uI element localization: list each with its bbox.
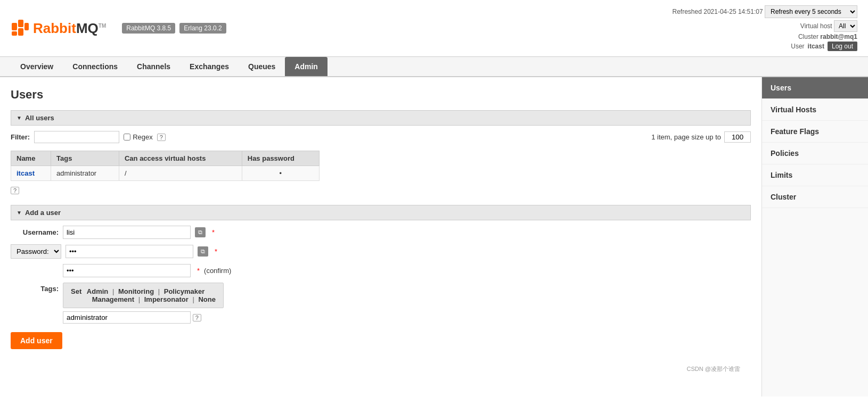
nav-queues[interactable]: Queues [239, 57, 285, 76]
user-row: User itcast Log out [673, 42, 857, 51]
cluster-row: Cluster rabbit@mq1 [673, 33, 857, 40]
help-icon-tags[interactable]: ? [193, 314, 201, 321]
sidebar-item-policies[interactable]: Policies [762, 143, 868, 164]
header-right: Refreshed 2021-04-25 14:51:07 Refresh ev… [673, 5, 857, 51]
tags-value-row: ? [63, 311, 224, 324]
nav-exchanges[interactable]: Exchanges [180, 57, 239, 76]
confirm-label: (confirm) [204, 267, 231, 275]
col-name: Name [11, 151, 51, 166]
tag-none[interactable]: None [198, 295, 216, 303]
regex-label[interactable]: Regex [124, 133, 153, 141]
tags-value-input[interactable] [63, 311, 191, 324]
svg-rect-4 [24, 23, 29, 30]
tag-impersonator[interactable]: Impersonator [144, 295, 189, 303]
regex-text: Regex [133, 133, 153, 141]
nav-overview[interactable]: Overview [11, 57, 63, 76]
all-users-section-header[interactable]: ▼ All users [11, 110, 751, 126]
page-size-input[interactable] [724, 131, 751, 143]
username-required: * [212, 228, 215, 236]
regex-checkbox[interactable] [124, 134, 130, 141]
sidebar: Users Virtual Hosts Feature Flags Polici… [761, 77, 868, 397]
nav-connections[interactable]: Connections [63, 57, 127, 76]
password-type-select[interactable]: Password: Hash: [11, 244, 61, 259]
tag-management[interactable]: Management [92, 295, 134, 303]
users-table: Name Tags Can access virtual hosts Has p… [11, 151, 320, 181]
refresh-info: Refreshed 2021-04-25 14:51:07 Refresh ev… [673, 5, 857, 18]
add-arrow-icon: ▼ [17, 210, 22, 216]
svg-rect-3 [18, 28, 23, 36]
filter-label: Filter: [11, 133, 30, 141]
confirm-password-input[interactable] [63, 264, 191, 277]
rabbitmq-logo-icon [11, 19, 30, 38]
tag-policymaker[interactable]: Policymaker [164, 287, 205, 295]
vhost-row: Virtual host All / [673, 20, 857, 32]
cluster-value: rabbit@mq1 [820, 33, 857, 40]
username-input[interactable] [63, 226, 191, 239]
filter-input[interactable] [34, 131, 119, 143]
copy-password-button[interactable]: ⧉ [198, 246, 208, 257]
current-user: itcast [808, 43, 824, 50]
username-row: Username: ⧉ * [11, 226, 751, 239]
logo: RabbitMQTM [11, 19, 106, 38]
tags-set-label: Set [71, 287, 81, 295]
page-title: Users [11, 88, 751, 102]
sidebar-item-limits[interactable]: Limits [762, 164, 868, 186]
copy-username-button[interactable]: ⧉ [195, 227, 206, 237]
vhost-select[interactable]: All / [834, 20, 857, 32]
help-icon-table[interactable]: ? [11, 187, 19, 194]
tags-label: Tags: [11, 283, 59, 293]
version-badges: RabbitMQ 3.8.5 Erlang 23.0.2 [122, 23, 226, 34]
nav-admin[interactable]: Admin [285, 57, 327, 76]
all-users-label: All users [25, 114, 54, 122]
main-content: Users ▼ All users Filter: Regex ? 1 item… [0, 77, 761, 397]
add-user-label: Add a user [25, 209, 61, 217]
add-user-button[interactable]: Add user [11, 332, 62, 349]
refreshed-timestamp: Refreshed 2021-04-25 14:51:07 [673, 8, 763, 15]
pagination-label: 1 item, page size up to [651, 133, 721, 141]
col-password: Has password [242, 151, 319, 166]
help-icon-filter[interactable]: ? [157, 134, 166, 141]
sep2: | [158, 287, 160, 295]
erlang-version-badge: Erlang 23.0.2 [179, 23, 226, 34]
tag-monitoring[interactable]: Monitoring [118, 287, 154, 295]
password-input[interactable] [65, 245, 193, 258]
confirm-required: * [197, 267, 200, 275]
tags-options-area: Set Admin | Monitoring | Policymaker Man… [63, 283, 224, 324]
rabbitmq-version-badge: RabbitMQ 3.8.5 [122, 23, 175, 34]
add-user-section: ▼ Add a user Username: ⧉ * Password: Has… [11, 205, 751, 349]
col-vhosts: Can access virtual hosts [119, 151, 242, 166]
user-name-link[interactable]: itcast [17, 169, 35, 177]
svg-rect-1 [18, 20, 23, 27]
svg-rect-2 [12, 31, 17, 36]
sidebar-item-users[interactable]: Users [762, 77, 868, 99]
svg-rect-0 [12, 23, 17, 30]
sidebar-item-cluster[interactable]: Cluster [762, 186, 868, 208]
user-vhosts: / [119, 166, 242, 181]
logo-label: RabbitMQTM [33, 20, 106, 37]
user-tags: administrator [51, 166, 119, 181]
logout-button[interactable]: Log out [828, 42, 857, 51]
logo-tm: TM [99, 23, 106, 29]
nav-channels[interactable]: Channels [127, 57, 180, 76]
main-layout: Users ▼ All users Filter: Regex ? 1 item… [0, 77, 868, 397]
confirm-password-row: * (confirm) [11, 264, 751, 277]
tags-box: Set Admin | Monitoring | Policymaker Man… [63, 283, 224, 308]
add-user-section-header[interactable]: ▼ Add a user [11, 205, 751, 220]
tags-row: Tags: Set Admin | Monitoring | Policymak… [11, 283, 751, 324]
password-required: * [215, 247, 217, 255]
cluster-label: Cluster [798, 33, 818, 40]
logo-orange: Rabbit [33, 20, 76, 36]
password-row: Password: Hash: ⧉ * [11, 244, 751, 259]
user-has-password: • [242, 166, 319, 181]
refresh-select[interactable]: Refresh every 5 seconds Refresh every 10… [765, 5, 857, 18]
header: RabbitMQTM RabbitMQ 3.8.5 Erlang 23.0.2 … [0, 0, 868, 57]
sidebar-item-virtual-hosts[interactable]: Virtual Hosts [762, 99, 868, 121]
sidebar-item-feature-flags[interactable]: Feature Flags [762, 121, 868, 143]
page-size-info: 1 item, page size up to [651, 131, 751, 143]
logo-dark: MQ [76, 20, 99, 36]
main-nav: Overview Connections Channels Exchanges … [0, 57, 868, 77]
filter-row: Filter: Regex ? 1 item, page size up to [11, 131, 751, 143]
tag-admin[interactable]: Admin [87, 287, 108, 295]
sep1: | [112, 287, 114, 295]
col-tags: Tags [51, 151, 119, 166]
